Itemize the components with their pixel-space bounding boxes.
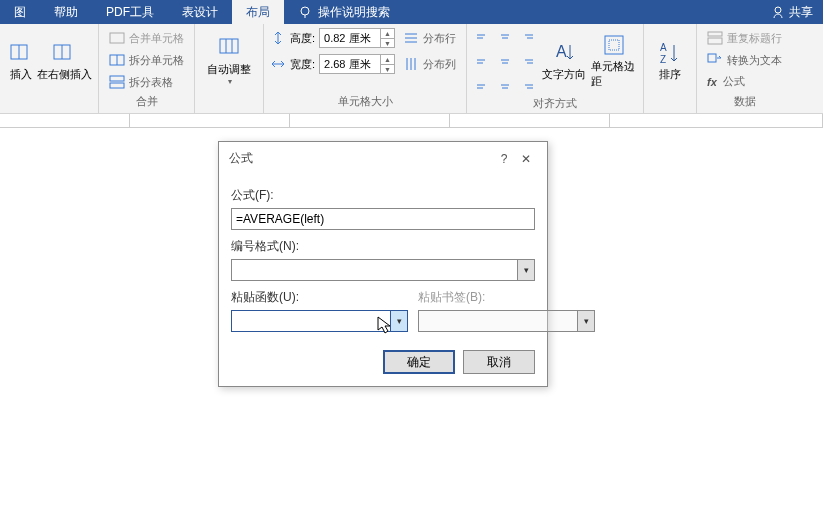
document-ruler [0, 114, 823, 128]
cell-margins-button[interactable]: 单元格边距 [591, 28, 637, 94]
tab-view[interactable]: 图 [0, 0, 40, 24]
align-ml[interactable] [473, 51, 493, 71]
formula-dialog: 公式 ? ✕ 公式(F): 编号格式(N): ▾ 粘贴函数(U): ▾ 粘贴书签… [218, 141, 548, 387]
height-icon [270, 30, 286, 46]
align-tr[interactable] [517, 29, 537, 49]
share-button[interactable]: 共享 [761, 0, 823, 24]
alignment-grid [473, 29, 537, 93]
paste-function-input[interactable] [231, 310, 390, 332]
height-spinner[interactable]: ▲▼ [319, 28, 395, 48]
svg-point-0 [301, 7, 309, 15]
number-format-input[interactable] [231, 259, 517, 281]
chevron-down-icon[interactable]: ▾ [577, 310, 595, 332]
align-mc[interactable] [495, 51, 515, 71]
align-mr[interactable] [517, 51, 537, 71]
merge-icon [109, 30, 125, 46]
align-bl[interactable] [473, 73, 493, 93]
split-icon [109, 52, 125, 68]
group-autofit: 自动调整▾ [195, 24, 264, 113]
autofit-button[interactable]: 自动调整▾ [201, 28, 257, 94]
dialog-title: 公式 [229, 150, 253, 167]
text-direction-label: 文字方向 [542, 67, 586, 82]
formula-button[interactable]: fx公式 [703, 72, 749, 91]
group-insert: 插入 在右侧插入 [0, 24, 99, 113]
convert-text-button[interactable]: 转换为文本 [703, 50, 786, 70]
repeat-header-button[interactable]: 重复标题行 [703, 28, 786, 48]
close-button[interactable]: ✕ [515, 152, 537, 166]
merge-cells-button[interactable]: 合并单元格 [105, 28, 188, 48]
width-icon [270, 56, 286, 72]
distribute-cols-button[interactable]: 分布列 [399, 54, 460, 74]
chevron-down-icon[interactable]: ▾ [517, 259, 535, 281]
svg-rect-43 [605, 36, 623, 54]
distribute-rows-button[interactable]: 分布行 [399, 28, 460, 48]
align-tl[interactable] [473, 29, 493, 49]
svg-text:Z: Z [660, 54, 666, 65]
tab-table-design[interactable]: 表设计 [168, 0, 232, 24]
split-table-label: 拆分表格 [129, 75, 173, 90]
sort-label: 排序 [659, 67, 681, 82]
merge-label: 合并单元格 [129, 31, 184, 46]
width-input[interactable] [320, 58, 380, 70]
svg-rect-10 [110, 76, 124, 81]
repeat-header-label: 重复标题行 [727, 31, 782, 46]
align-br[interactable] [517, 73, 537, 93]
align-tc[interactable] [495, 29, 515, 49]
width-label: 宽度: [290, 57, 315, 72]
svg-rect-7 [110, 33, 124, 43]
paste-function-label: 粘贴函数(U): [231, 289, 408, 306]
tab-help[interactable]: 帮助 [40, 0, 92, 24]
group-alignment-label: 对齐方式 [473, 94, 637, 113]
cell-margins-icon [602, 33, 626, 57]
number-format-label: 编号格式(N): [231, 238, 535, 255]
ribbon: 插入 在右侧插入 合并单元格 拆分单元格 拆分表格 合并 自动调整▾ [0, 24, 823, 114]
svg-point-2 [775, 7, 781, 13]
sort-icon: AZ [658, 41, 682, 65]
tab-bar: 图 帮助 PDF工具 表设计 布局 操作说明搜索 共享 [0, 0, 823, 24]
svg-rect-11 [110, 83, 124, 88]
convert-text-label: 转换为文本 [727, 53, 782, 68]
paste-function-combo[interactable]: ▾ [231, 310, 408, 332]
svg-rect-12 [220, 39, 238, 53]
paste-bookmark-combo[interactable]: ▾ [418, 310, 595, 332]
number-format-combo[interactable]: ▾ [231, 259, 535, 281]
cancel-button[interactable]: 取消 [463, 350, 535, 374]
chevron-down-icon[interactable]: ▾ [390, 310, 408, 332]
width-spinner[interactable]: ▲▼ [319, 54, 395, 74]
tab-pdf[interactable]: PDF工具 [92, 0, 168, 24]
ok-button[interactable]: 确定 [383, 350, 455, 374]
height-up[interactable]: ▲ [380, 29, 394, 38]
insert-right-button[interactable]: 在右侧插入 [36, 28, 92, 94]
group-cellsize-label: 单元格大小 [270, 92, 460, 111]
width-down[interactable]: ▼ [380, 64, 394, 73]
width-up[interactable]: ▲ [380, 55, 394, 64]
insert-left-button[interactable]: 插入 [6, 28, 36, 94]
sort-button[interactable]: AZ 排序 [650, 28, 690, 94]
height-down[interactable]: ▼ [380, 38, 394, 47]
formula-label: 公式 [723, 74, 745, 89]
convert-text-icon [707, 52, 723, 68]
dist-cols-label: 分布列 [423, 57, 456, 72]
fx-icon: fx [707, 76, 723, 88]
split-cells-button[interactable]: 拆分单元格 [105, 50, 188, 70]
group-data: 重复标题行 转换为文本 fx公式 数据 [697, 24, 792, 113]
svg-rect-48 [708, 32, 722, 36]
tab-layout[interactable]: 布局 [232, 0, 284, 24]
dist-rows-icon [403, 30, 419, 46]
insert-right-icon [52, 41, 76, 65]
formula-input[interactable] [231, 208, 535, 230]
paste-bookmark-label: 粘贴书签(B): [418, 289, 595, 306]
paste-bookmark-input [418, 310, 577, 332]
group-insert-label [6, 107, 92, 111]
share-label: 共享 [789, 4, 813, 21]
help-button[interactable]: ? [493, 152, 515, 166]
split-table-button[interactable]: 拆分表格 [105, 72, 177, 92]
height-input[interactable] [320, 32, 380, 44]
tell-me-search[interactable]: 操作说明搜索 [284, 0, 404, 24]
cell-margins-label: 单元格边距 [591, 59, 637, 89]
text-direction-button[interactable]: A 文字方向 [541, 28, 587, 94]
align-bc[interactable] [495, 73, 515, 93]
group-merge: 合并单元格 拆分单元格 拆分表格 合并 [99, 24, 195, 113]
group-sort: AZ 排序 [644, 24, 697, 113]
svg-rect-49 [708, 38, 722, 44]
